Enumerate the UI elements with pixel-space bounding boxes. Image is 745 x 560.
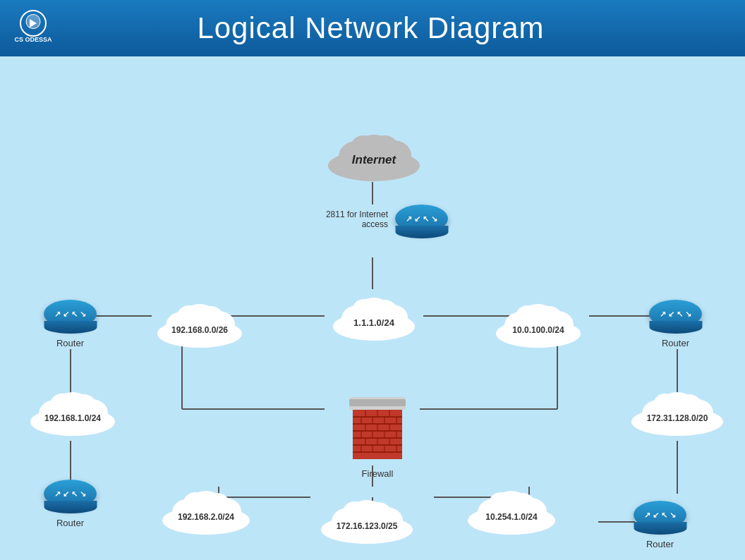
- network-center-svg: 1.1.1.0/24: [323, 286, 425, 342]
- logo-icon: CS ODESSA: [14, 9, 53, 48]
- svg-point-56: [50, 394, 74, 415]
- internet-cloud: Internet: [317, 120, 430, 183]
- router-right-bottom-disk: ↗ ↙ ↖ ↘: [634, 501, 686, 529]
- router-right-bottom-arrows: ↗ ↙ ↖ ↘: [644, 511, 676, 520]
- svg-text:1.1.1.0/24: 1.1.1.0/24: [353, 317, 395, 328]
- svg-point-49: [516, 305, 540, 327]
- network-bottom-left-cloud: 192.168.2.0/24: [152, 480, 261, 536]
- header: CS ODESSA Logical Network Diagram: [0, 0, 745, 56]
- router-top: 2811 for Internet access ↗ ↙ ↖ ↘: [325, 205, 448, 233]
- network-right1-svg: 10.0.100.0/24: [485, 293, 591, 349]
- network-bottom-center-svg: 172.16.123.0/25: [309, 489, 425, 545]
- router-right-bottom: ↗ ↙ ↖ ↘ Router: [634, 501, 686, 549]
- firewall: Firewall: [346, 397, 409, 479]
- network-left2-cloud: 192.168.1.0/24: [20, 381, 126, 437]
- router-right-bottom-label: Router: [646, 539, 674, 549]
- router-right-top-disk: ↗ ↙ ↖ ↘: [649, 300, 702, 328]
- svg-text:192.168.1.0/24: 192.168.1.0/24: [44, 413, 101, 423]
- svg-text:192.168.0.0/26: 192.168.0.0/26: [171, 325, 228, 335]
- firewall-label: Firewall: [362, 468, 394, 479]
- network-left2-svg: 192.168.1.0/24: [20, 381, 126, 437]
- router-top-label: 2811 for Internet access: [325, 209, 388, 229]
- internet-cloud-svg: Internet: [317, 120, 430, 183]
- firewall-svg: [346, 397, 409, 464]
- router-right-top-arrows: ↗ ↙ ↖ ↘: [660, 310, 691, 319]
- svg-point-107: [343, 501, 367, 523]
- svg-point-63: [653, 394, 677, 415]
- router-left-bottom-arrows: ↗ ↙ ↖ ↘: [54, 489, 86, 499]
- svg-text:192.168.2.0/24: 192.168.2.0/24: [178, 512, 234, 522]
- svg-text:172.31.128.0/20: 172.31.128.0/20: [647, 413, 708, 423]
- network-right1-cloud: 10.0.100.0/24: [485, 293, 591, 349]
- svg-point-42: [177, 305, 201, 327]
- router-left-top-label: Router: [56, 338, 84, 348]
- svg-point-35: [353, 299, 375, 319]
- router-top-arrows: ↗ ↙ ↖ ↘: [406, 214, 437, 224]
- svg-text:172.16.123.0/25: 172.16.123.0/25: [337, 521, 398, 531]
- header-title: Logical Network Diagram: [67, 11, 674, 45]
- network-bottom-center-cloud: 172.16.123.0/25: [309, 489, 425, 545]
- svg-point-114: [489, 492, 513, 513]
- network-left1-cloud: 192.168.0.0/26: [147, 293, 253, 349]
- router-left-bottom-disk: ↗ ↙ ↖ ↘: [44, 480, 97, 508]
- router-left-bottom: ↗ ↙ ↖ ↘ Router: [44, 480, 97, 528]
- router-right-top-label: Router: [662, 338, 689, 348]
- router-left-top: ↗ ↙ ↖ ↘ Router: [44, 300, 97, 348]
- router-right-top: ↗ ↙ ↖ ↘ Router: [649, 300, 702, 348]
- network-bottom-right-cloud: 10.254.1.0/24: [457, 480, 567, 536]
- network-center-cloud: 1.1.1.0/24: [323, 286, 425, 342]
- network-bottom-right-svg: 10.254.1.0/24: [457, 480, 567, 536]
- network-right2-svg: 172.31.128.0/20: [619, 381, 736, 437]
- router-top-disk: ↗ ↙ ↖ ↘: [395, 205, 448, 233]
- router-left-bottom-label: Router: [56, 518, 84, 528]
- svg-rect-66: [349, 399, 406, 406]
- logo-area: CS ODESSA: [14, 9, 53, 48]
- network-right2-cloud: 172.31.128.0/20: [619, 381, 736, 437]
- svg-text:10.0.100.0/24: 10.0.100.0/24: [512, 325, 564, 335]
- svg-text:Internet: Internet: [352, 153, 397, 166]
- network-left1-svg: 192.168.0.0/26: [147, 293, 253, 349]
- router-left-top-arrows: ↗ ↙ ↖ ↘: [54, 310, 86, 319]
- diagram: Internet 2811 for Internet access ↗ ↙ ↖ …: [0, 56, 745, 560]
- svg-text:CS ODESSA: CS ODESSA: [14, 36, 52, 43]
- router-left-top-disk: ↗ ↙ ↖ ↘: [44, 300, 97, 328]
- svg-text:10.254.1.0/24: 10.254.1.0/24: [485, 512, 538, 522]
- network-bottom-left-svg: 192.168.2.0/24: [152, 480, 261, 536]
- svg-point-100: [183, 492, 207, 513]
